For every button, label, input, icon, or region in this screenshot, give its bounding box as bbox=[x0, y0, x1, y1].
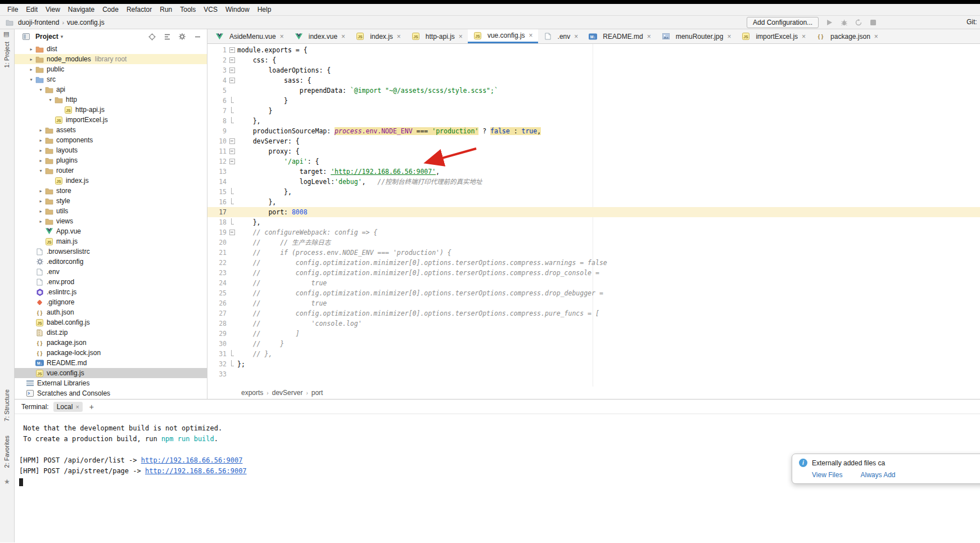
close-icon[interactable]: × bbox=[341, 33, 345, 41]
menu-file[interactable]: File bbox=[3, 5, 22, 15]
tab-package-json[interactable]: { }package.json× bbox=[811, 29, 883, 43]
menu-help[interactable]: Help bbox=[254, 5, 276, 15]
menu-code[interactable]: Code bbox=[98, 5, 123, 15]
tab-readme-md[interactable]: M↓README.md× bbox=[583, 29, 656, 43]
debug-icon[interactable] bbox=[840, 19, 848, 26]
close-icon[interactable]: × bbox=[459, 33, 463, 41]
tree-item-plugins[interactable]: ▸plugins bbox=[15, 155, 207, 165]
menu-edit[interactable]: Edit bbox=[22, 5, 42, 15]
fold-marker[interactable] bbox=[228, 116, 236, 126]
tree-item-api[interactable]: ▾api bbox=[15, 84, 207, 95]
code-area[interactable]: 1module.exports = {2 css: {3 loaderOptio… bbox=[207, 44, 980, 387]
favorites-star-icon[interactable]: ★ bbox=[4, 478, 10, 486]
code-line-4[interactable]: 4 sass: { bbox=[207, 75, 980, 86]
code-line-23[interactable]: 23 // config.optimization.minimizer[0].o… bbox=[207, 268, 980, 278]
git-widget[interactable]: Git: bbox=[967, 18, 980, 26]
tree-item-dist-zip[interactable]: dist.zip bbox=[15, 327, 207, 338]
close-icon[interactable]: × bbox=[647, 33, 651, 41]
code-line-26[interactable]: 26 // true bbox=[207, 298, 980, 308]
close-icon[interactable]: × bbox=[727, 33, 731, 41]
new-terminal-button[interactable]: + bbox=[87, 402, 96, 411]
fold-marker[interactable] bbox=[228, 55, 236, 65]
code-line-20[interactable]: 20 // // 生产去除日志 bbox=[207, 237, 980, 248]
code-line-18[interactable]: 18 }, bbox=[207, 217, 980, 227]
tree-item-env-prod[interactable]: .env.prod bbox=[15, 277, 207, 287]
code-line-5[interactable]: 5 prependData: `@import "~@/assets/scss/… bbox=[207, 86, 980, 96]
code-line-29[interactable]: 29 // ] bbox=[207, 329, 980, 339]
chevron-right-icon[interactable]: ▸ bbox=[37, 138, 44, 143]
chevron-down-icon[interactable]: ▾ bbox=[28, 77, 35, 82]
close-icon[interactable]: × bbox=[574, 33, 578, 41]
settings-gear-icon[interactable] bbox=[178, 33, 186, 41]
breadcrumb-port[interactable]: port bbox=[311, 389, 323, 397]
chevron-right-icon[interactable]: ▸ bbox=[37, 219, 44, 224]
chevron-right-icon[interactable]: ▸ bbox=[28, 67, 35, 72]
tab-vue-config-js[interactable]: JSvue.config.js× bbox=[468, 29, 538, 43]
chevron-right-icon[interactable]: ▸ bbox=[37, 128, 44, 133]
tree-item-importexcel-js[interactable]: JSimportExcel.js bbox=[15, 115, 207, 125]
terminal-tab-local[interactable]: Local × bbox=[53, 402, 83, 412]
menu-vcs[interactable]: VCS bbox=[200, 5, 222, 15]
tree-item-views[interactable]: ▸views bbox=[15, 216, 207, 226]
menu-run[interactable]: Run bbox=[156, 5, 176, 15]
stripe-project-button[interactable]: 1: Project bbox=[3, 42, 10, 68]
code-line-8[interactable]: 8 }, bbox=[207, 116, 980, 126]
view-files-link[interactable]: View Files bbox=[812, 471, 842, 479]
tree-item-dist[interactable]: ▸dist bbox=[15, 44, 207, 54]
tree-item-browserslistrc[interactable]: .browserslistrc bbox=[15, 246, 207, 257]
add-configuration-button[interactable]: Add Configuration... bbox=[747, 17, 819, 28]
close-icon[interactable]: × bbox=[75, 403, 79, 410]
code-line-22[interactable]: 22 // config.optimization.minimizer[0].o… bbox=[207, 258, 980, 268]
tree-item-gitignore[interactable]: .gitignore bbox=[15, 297, 207, 307]
chevron-right-icon[interactable]: ▸ bbox=[28, 47, 35, 52]
fold-marker[interactable] bbox=[228, 187, 236, 197]
tree-item-auth-json[interactable]: { }auth.json bbox=[15, 307, 207, 317]
close-icon[interactable]: × bbox=[529, 32, 533, 39]
menu-window[interactable]: Window bbox=[222, 5, 254, 15]
tab-importexcel-js[interactable]: JSimportExcel.js× bbox=[736, 29, 811, 43]
code-line-19[interactable]: 19 // configureWebpack: config => { bbox=[207, 227, 980, 237]
chevron-right-icon[interactable]: ▸ bbox=[37, 199, 44, 204]
chevron-right-icon[interactable]: ▸ bbox=[37, 189, 44, 194]
code-line-9[interactable]: 9 productionSourceMap: process.env.NODE_… bbox=[207, 126, 980, 136]
code-line-27[interactable]: 27 // config.optimization.minimizer[0].o… bbox=[207, 308, 980, 318]
menu-navigate[interactable]: Navigate bbox=[64, 5, 98, 15]
tab-http-api-js[interactable]: JShttp-api.js× bbox=[406, 29, 468, 43]
chevron-down-icon[interactable]: ▾ bbox=[61, 34, 64, 39]
code-line-14[interactable]: 14 logLevel:'debug', //控制台终端打印代理前的真实地址 bbox=[207, 177, 980, 187]
tree-item-babel-config-js[interactable]: JSbabel.config.js bbox=[15, 317, 207, 327]
chevron-right-icon[interactable]: ▸ bbox=[37, 158, 44, 163]
chevron-right-icon[interactable]: ▸ bbox=[28, 57, 35, 62]
tree-item-index-js[interactable]: JSindex.js bbox=[15, 176, 207, 186]
tree-item-http-api-js[interactable]: JShttp-api.js bbox=[15, 105, 207, 115]
chevron-down-icon[interactable]: ▾ bbox=[37, 87, 44, 92]
code-line-31[interactable]: 31 // }, bbox=[207, 349, 980, 359]
code-line-24[interactable]: 24 // true bbox=[207, 278, 980, 288]
menu-refactor[interactable]: Refactor bbox=[123, 5, 156, 15]
breadcrumb-file[interactable]: vue.config.js bbox=[65, 19, 106, 26]
code-line-3[interactable]: 3 loaderOptions: { bbox=[207, 65, 980, 75]
chevron-right-icon[interactable]: ▸ bbox=[37, 148, 44, 153]
tab-env[interactable]: .env× bbox=[538, 29, 584, 43]
fold-marker[interactable] bbox=[228, 227, 236, 237]
tree-item-readme-md[interactable]: M↓README.md bbox=[15, 358, 207, 368]
run-icon[interactable] bbox=[825, 19, 833, 26]
code-line-25[interactable]: 25 // config.optimization.minimizer[0].o… bbox=[207, 288, 980, 298]
tree-item-src[interactable]: ▾src bbox=[15, 74, 207, 84]
fold-marker[interactable] bbox=[228, 136, 236, 146]
tree-item-app-vue[interactable]: App.vue bbox=[15, 226, 207, 236]
tree-item-eslintrc-js[interactable]: .eslintrc.js bbox=[15, 287, 207, 297]
stripe-favorites-button[interactable]: 2: Favorites bbox=[3, 436, 10, 468]
code-line-11[interactable]: 11 proxy: { bbox=[207, 146, 980, 156]
close-icon[interactable]: × bbox=[280, 33, 284, 41]
code-line-17[interactable]: 17 port: 8008 bbox=[207, 207, 980, 217]
code-line-28[interactable]: 28 // 'console.log' bbox=[207, 318, 980, 329]
fold-marker[interactable] bbox=[228, 75, 236, 86]
tree-item-utils[interactable]: ▸utils bbox=[15, 206, 207, 216]
breadcrumb-project[interactable]: duoji-frontend bbox=[16, 19, 61, 26]
code-line-12[interactable]: 12 '/api': { bbox=[207, 156, 980, 167]
stripe-structure-button[interactable]: 7: Structure bbox=[3, 389, 10, 421]
fold-marker[interactable] bbox=[228, 96, 236, 106]
breadcrumb-devserver[interactable]: devServer bbox=[272, 389, 303, 397]
tool-window-icon[interactable]: ▤ bbox=[3, 30, 9, 38]
